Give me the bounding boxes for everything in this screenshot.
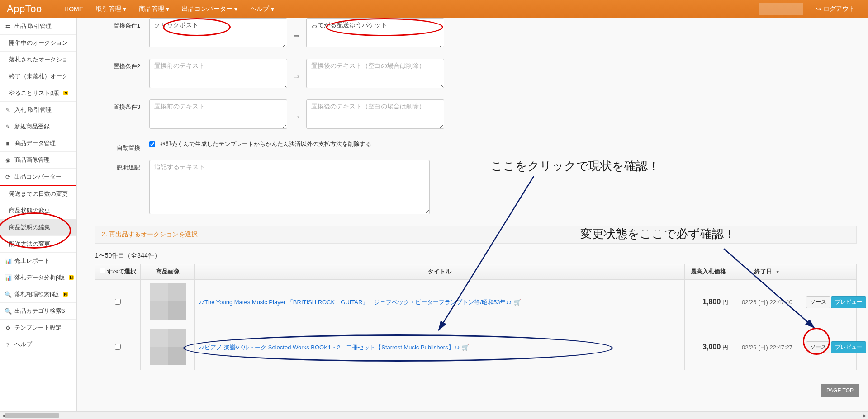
sidebar-item-15[interactable]: 📊落札データ分析β版N: [0, 269, 76, 286]
nav-transaction-label: 取引管理: [96, 5, 121, 13]
nav-product-label: 商品管理: [139, 5, 164, 13]
sidebar-item-6[interactable]: ✎新規商品登録: [0, 118, 76, 135]
nav-help-label: ヘルプ: [250, 5, 269, 13]
sidebar-item-label: 売上レポート: [14, 257, 50, 265]
caret-down-icon: ▾: [234, 5, 237, 13]
replace-1-before-input[interactable]: [149, 18, 287, 47]
replace-condition-1-label: 置換条件1: [95, 18, 140, 30]
nav-transaction[interactable]: 取引管理▾: [90, 5, 133, 13]
brand-label[interactable]: AppTool: [7, 3, 44, 15]
sidebar-icon: 📊: [5, 258, 11, 264]
result-count: 1〜50件目（全344件）: [95, 252, 857, 260]
sidebar-item-2[interactable]: 落札されたオークショ: [0, 52, 76, 68]
sidebar-item-12[interactable]: 商品説明の編集: [0, 219, 76, 236]
top-navbar: AppTool HOME 取引管理▾ 商品管理▾ 出品コンバーター▾ ヘルプ▾ …: [0, 0, 868, 18]
page-top-button[interactable]: PAGE TOP: [821, 384, 859, 397]
replace-condition-3-row: 置換条件3 ⇒: [95, 99, 857, 129]
replace-2-after-input[interactable]: [306, 59, 444, 88]
sidebar-item-1[interactable]: 開催中のオークション: [0, 35, 76, 52]
nav-product[interactable]: 商品管理▾: [133, 5, 175, 13]
sidebar-item-14[interactable]: 📊売上レポート: [0, 253, 76, 269]
sidebar-icon: ⚙: [5, 325, 11, 331]
product-title-link[interactable]: ♪♪ピアノ 楽譜/バルトーク Selected Works BOOK1・2 二冊…: [199, 344, 460, 351]
sidebar-item-label: 商品画像管理: [14, 156, 50, 164]
scroll-right-icon[interactable]: ▶: [860, 412, 868, 419]
sidebar-item-label: 落札データ分析β版: [14, 273, 65, 282]
append-description-input[interactable]: [149, 160, 430, 214]
sidebar-icon: 🔍: [5, 291, 11, 298]
sidebar-item-17[interactable]: 🔍出品カテゴリ検索β: [0, 303, 76, 320]
currency-label: 円: [722, 299, 728, 306]
sidebar-item-18[interactable]: ⚙テンプレート設定: [0, 320, 76, 336]
section-2-header: 2. 再出品するオークションを選択: [95, 226, 857, 244]
auto-replace-checkbox[interactable]: [149, 141, 155, 147]
select-all-checkbox[interactable]: [100, 268, 105, 273]
sidebar-item-8[interactable]: ◉商品画像管理: [0, 152, 76, 169]
sidebar-item-label: 商品状態の変更: [9, 207, 50, 215]
sidebar: ⇄出品 取引管理開催中のオークション落札されたオークショ終了（未落札）オークやる…: [0, 18, 77, 419]
scrollbar-thumb[interactable]: [5, 413, 59, 418]
product-thumbnail[interactable]: [150, 329, 186, 365]
auction-table: すべて選択 商品画像 タイトル 最高入札価格 終了日 ▼ ♪♪The Young…: [95, 264, 857, 370]
replace-3-before-input[interactable]: [149, 99, 287, 129]
col-select-all[interactable]: すべて選択: [95, 264, 141, 280]
row-checkbox[interactable]: [115, 344, 121, 350]
product-thumbnail[interactable]: [150, 283, 186, 320]
preview-button[interactable]: プレビュー: [831, 296, 866, 308]
nav-home[interactable]: HOME: [58, 5, 90, 13]
sidebar-item-label: 入札 取引管理: [14, 106, 52, 114]
nav-home-label: HOME: [64, 5, 83, 13]
row-checkbox[interactable]: [115, 299, 121, 305]
sidebar-item-label: 商品説明の編集: [9, 223, 50, 231]
nav-converter[interactable]: 出品コンバーター▾: [175, 5, 244, 13]
nav-help[interactable]: ヘルプ▾: [244, 5, 280, 13]
sidebar-item-7[interactable]: ■商品データ管理: [0, 135, 76, 152]
user-badge[interactable]: [759, 3, 803, 15]
caret-down-icon: ▾: [123, 5, 126, 13]
sidebar-item-19[interactable]: ?ヘルプ: [0, 336, 76, 353]
replace-condition-2-label: 置換条件2: [95, 59, 140, 71]
sidebar-item-label: やることリストβ版: [9, 89, 59, 97]
sidebar-item-3[interactable]: 終了（未落札）オーク: [0, 68, 76, 85]
price-value: 1,800: [702, 298, 721, 306]
col-date-label: 終了日: [754, 268, 772, 275]
sidebar-item-0[interactable]: ⇄出品 取引管理: [0, 18, 76, 35]
sidebar-icon: ◉: [5, 157, 11, 164]
arrow-icon: ⇒: [294, 108, 299, 121]
sidebar-item-label: 落札されたオークショ: [9, 56, 68, 64]
col-action-2: [827, 264, 857, 280]
sidebar-item-10[interactable]: 発送までの日数の変更: [0, 186, 76, 202]
logout-icon: ↪: [816, 5, 821, 13]
sidebar-icon: 🔍: [5, 308, 11, 315]
sidebar-item-label: 終了（未落札）オーク: [9, 72, 68, 80]
select-all-label: すべて選択: [107, 268, 136, 275]
preview-button[interactable]: プレビュー: [831, 341, 866, 353]
product-title-link[interactable]: ♪♪The Young Mates Music Player 「BRITISH …: [199, 299, 512, 306]
sidebar-item-11[interactable]: 商品状態の変更: [0, 202, 76, 219]
col-date[interactable]: 終了日 ▼: [732, 264, 802, 280]
end-date: 02/26 (日) 22:47:27: [732, 325, 802, 370]
source-button[interactable]: ソース: [806, 296, 830, 308]
sidebar-icon: ■: [5, 140, 11, 147]
col-price[interactable]: 最高入札価格: [685, 264, 732, 280]
replace-3-after-input[interactable]: [306, 99, 444, 129]
sidebar-item-label: 落札相場検索β版: [14, 290, 59, 298]
end-date: 02/26 (日) 22:47:40: [732, 280, 802, 325]
sidebar-icon: ✎: [5, 123, 11, 130]
sidebar-item-4[interactable]: やることリストβ版N: [0, 85, 76, 102]
replace-1-after-input[interactable]: [306, 18, 444, 47]
logout-button[interactable]: ↪ログアウト: [810, 5, 861, 13]
cart-icon[interactable]: 🛒: [514, 299, 521, 306]
sidebar-item-13[interactable]: 配送方法の変更: [0, 236, 76, 253]
main-content: 置換条件1 ⇒ 置換条件2 ⇒ 置換条件3 ⇒ 自動置換 ＠即売くんで生成したテ…: [77, 18, 868, 419]
sidebar-item-5[interactable]: ✎入札 取引管理: [0, 102, 76, 118]
caret-down-icon: ▾: [166, 5, 169, 13]
sidebar-item-label: 出品カテゴリ検索β: [14, 307, 65, 315]
sidebar-item-9[interactable]: ⟳出品コンバーター: [0, 169, 76, 186]
logout-label: ログアウト: [823, 5, 855, 13]
horizontal-scrollbar[interactable]: ◀ ▶: [0, 411, 868, 419]
sidebar-item-16[interactable]: 🔍落札相場検索β版N: [0, 286, 76, 303]
replace-2-before-input[interactable]: [149, 59, 287, 88]
source-button[interactable]: ソース: [806, 341, 830, 353]
cart-icon[interactable]: 🛒: [462, 344, 469, 351]
